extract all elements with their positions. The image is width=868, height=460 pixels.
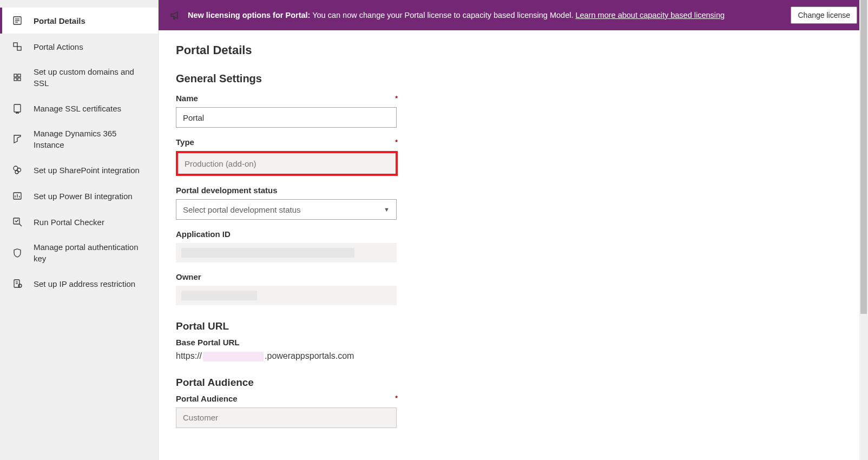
type-label: Type xyxy=(176,137,194,147)
checker-icon xyxy=(12,216,23,227)
sharepoint-icon xyxy=(12,165,23,175)
banner-body: You can now change your Portal license t… xyxy=(310,11,575,19)
banner-text: New licensing options for Portal: You ca… xyxy=(188,11,780,19)
sidebar-item-label: Manage SSL certificates xyxy=(34,103,121,114)
sidebar-item-label: Set up custom domains and SSL xyxy=(34,66,148,89)
sidebar-item-label: Set up Power BI integration xyxy=(34,190,133,202)
svg-rect-9 xyxy=(18,78,21,81)
main-panel: New licensing options for Portal: You ca… xyxy=(159,0,868,460)
svg-rect-18 xyxy=(14,218,19,224)
change-license-button[interactable]: Change license xyxy=(791,6,857,24)
required-mark: * xyxy=(395,395,398,402)
dynamics-icon xyxy=(12,134,23,144)
name-field: Name* xyxy=(176,94,398,128)
type-input xyxy=(178,153,396,174)
sidebar-item-portal-actions[interactable]: Portal Actions xyxy=(0,34,158,60)
status-field: Portal development status Select portal … xyxy=(176,186,398,220)
base-url-value: https://.powerappsportals.com xyxy=(176,351,398,362)
banner-bold: New licensing options for Portal: xyxy=(188,11,310,19)
sidebar-item-ssl-certificates[interactable]: Manage SSL certificates xyxy=(0,95,158,121)
base-url-field: Base Portal URL https://.powerappsportal… xyxy=(176,338,398,362)
sidebar-item-label: Set up IP address restriction xyxy=(34,278,135,290)
name-label: Name xyxy=(176,94,198,103)
chevron-down-icon: ▼ xyxy=(384,206,390,213)
general-settings-title: General Settings xyxy=(176,73,851,85)
required-mark: * xyxy=(395,139,398,146)
sidebar-item-portal-checker[interactable]: Run Portal Checker xyxy=(0,209,158,235)
megaphone-icon xyxy=(169,10,180,21)
shield-icon xyxy=(12,247,23,258)
audience-label: Portal Audience xyxy=(176,394,238,403)
sidebar-item-ip-restriction[interactable]: Set up IP address restriction xyxy=(0,271,158,297)
status-select[interactable]: Select portal development status ▼ xyxy=(176,199,397,220)
scrollbar-thumb[interactable] xyxy=(860,0,867,314)
licensing-banner: New licensing options for Portal: You ca… xyxy=(159,0,868,30)
sidebar-item-label: Portal Details xyxy=(34,15,86,27)
certificate-icon xyxy=(12,103,23,114)
scrollbar[interactable] xyxy=(859,0,868,460)
status-label: Portal development status xyxy=(176,186,278,195)
svg-rect-6 xyxy=(14,74,17,77)
base-url-label: Base Portal URL xyxy=(176,338,240,347)
sidebar-item-label: Manage Dynamics 365 Instance xyxy=(34,128,148,150)
svg-rect-5 xyxy=(17,47,21,50)
sidebar-item-dynamics-instance[interactable]: Manage Dynamics 365 Instance xyxy=(0,121,158,157)
portal-audience-title: Portal Audience xyxy=(176,377,851,389)
url-suffix: .powerappsportals.com xyxy=(265,351,354,360)
actions-icon xyxy=(12,41,23,52)
url-redacted xyxy=(203,352,264,362)
sidebar-item-label: Run Portal Checker xyxy=(34,216,104,228)
type-highlight xyxy=(176,151,398,176)
appid-value xyxy=(176,243,397,262)
banner-link[interactable]: Learn more about capacity based licensin… xyxy=(575,11,725,19)
svg-rect-7 xyxy=(18,74,21,77)
page-title: Portal Details xyxy=(176,43,851,57)
owner-value xyxy=(176,286,397,305)
owner-field: Owner xyxy=(176,272,398,305)
sidebar: Portal Details Portal Actions Set up cus… xyxy=(0,0,159,460)
sidebar-item-label: Set up SharePoint integration xyxy=(34,165,140,176)
sidebar-item-powerbi[interactable]: Set up Power BI integration xyxy=(0,183,158,209)
svg-rect-10 xyxy=(14,104,21,112)
svg-rect-4 xyxy=(14,43,17,47)
appid-label: Application ID xyxy=(176,229,231,239)
sidebar-item-portal-details[interactable]: Portal Details xyxy=(0,8,158,34)
owner-label: Owner xyxy=(176,272,201,281)
status-placeholder: Select portal development status xyxy=(183,205,301,214)
appid-field: Application ID xyxy=(176,229,398,262)
svg-point-22 xyxy=(18,284,22,287)
sidebar-item-auth-key[interactable]: Manage portal authentication key xyxy=(0,235,158,271)
sidebar-item-label: Manage portal authentication key xyxy=(34,241,148,264)
sidebar-item-sharepoint[interactable]: Set up SharePoint integration xyxy=(0,157,158,183)
type-field: Type* xyxy=(176,137,398,176)
svg-point-13 xyxy=(15,170,18,174)
globe-icon xyxy=(12,72,23,83)
content: Portal Details General Settings Name* Ty… xyxy=(159,30,868,460)
sidebar-item-label: Portal Actions xyxy=(34,41,83,52)
powerbi-icon xyxy=(12,190,23,201)
audience-input xyxy=(176,408,397,428)
url-prefix: https:// xyxy=(176,351,202,360)
sidebar-item-custom-domains[interactable]: Set up custom domains and SSL xyxy=(0,60,158,95)
required-mark: * xyxy=(395,95,398,102)
portal-url-title: Portal URL xyxy=(176,320,851,332)
svg-rect-8 xyxy=(14,78,17,81)
audience-field: Portal Audience* xyxy=(176,394,398,428)
name-input[interactable] xyxy=(176,107,397,128)
ip-restriction-icon xyxy=(12,278,23,289)
details-icon xyxy=(12,15,23,26)
